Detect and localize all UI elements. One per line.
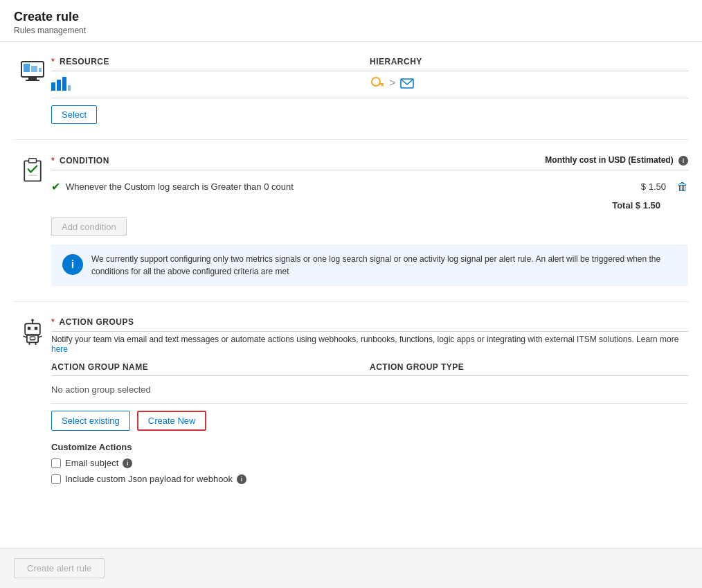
customize-section: Customize Actions Email subject i Includ… xyxy=(51,442,688,484)
condition-text: Whenever the Custom log search is Greate… xyxy=(66,181,294,192)
customize-title: Customize Actions xyxy=(51,442,688,452)
action-groups-icon xyxy=(14,317,51,345)
page-header: Create rule Rules management xyxy=(0,0,702,42)
svg-rect-5 xyxy=(39,68,42,72)
learn-more-link[interactable]: here xyxy=(51,344,68,354)
condition-row: ✔ Whenever the Custom log search is Grea… xyxy=(51,176,688,197)
resource-data-row: > xyxy=(51,75,688,98)
condition-required-star: * xyxy=(51,156,55,166)
svg-rect-7 xyxy=(57,80,61,91)
svg-rect-9 xyxy=(68,85,71,91)
total-row: Total $ 1.50 xyxy=(51,197,688,217)
svg-rect-11 xyxy=(379,83,384,85)
svg-rect-22 xyxy=(27,335,38,343)
cost-label: Monthly cost in USD (Estimated) i xyxy=(545,155,688,166)
condition-right: $ 1.50 🗑 xyxy=(641,181,688,193)
condition-icon xyxy=(14,155,51,183)
email-subject-row: Email subject i xyxy=(51,458,688,468)
col-name-header: ACTION GROUP NAME xyxy=(51,362,370,372)
condition-body: * CONDITION Monthly cost in USD (Estimat… xyxy=(51,155,688,286)
action-groups-section: * ACTION GROUPS Notify your team via ema… xyxy=(14,302,688,505)
condition-check-icon: ✔ xyxy=(51,180,60,193)
select-existing-button[interactable]: Select existing xyxy=(51,411,130,431)
ag-required-star: * xyxy=(51,317,55,327)
svg-rect-12 xyxy=(381,85,384,87)
svg-rect-4 xyxy=(31,66,37,72)
email-subject-info-icon[interactable]: i xyxy=(123,458,132,468)
add-condition-button[interactable]: Add condition xyxy=(51,217,127,236)
select-button[interactable]: Select xyxy=(51,105,97,124)
svg-rect-2 xyxy=(26,80,39,81)
resource-icon-area xyxy=(51,75,370,91)
cost-info-icon[interactable]: i xyxy=(678,155,688,165)
cost-value: $ 1.50 xyxy=(641,181,666,192)
info-box: i We currently support configuring only … xyxy=(51,244,688,286)
resource-icon xyxy=(14,57,51,84)
svg-rect-15 xyxy=(29,159,37,163)
email-subject-label: Email subject xyxy=(65,458,118,468)
hierarchy-label: HIERARCHY xyxy=(370,57,688,66)
delete-condition-icon[interactable]: 🗑 xyxy=(677,181,688,193)
svg-rect-6 xyxy=(51,82,55,91)
svg-rect-19 xyxy=(35,327,38,330)
col-type-header: ACTION GROUP TYPE xyxy=(370,362,688,372)
svg-point-10 xyxy=(372,78,380,86)
add-condition-wrapper: Add condition xyxy=(51,217,688,236)
action-groups-body: * ACTION GROUPS Notify your team via ema… xyxy=(51,317,688,490)
condition-left: ✔ Whenever the Custom log search is Grea… xyxy=(51,180,294,193)
email-subject-checkbox[interactable] xyxy=(51,458,61,468)
required-star: * xyxy=(51,57,55,66)
info-text: We currently support configuring only tw… xyxy=(91,253,677,278)
json-payload-row: Include custom Json payload for webhook … xyxy=(51,474,688,484)
create-new-button[interactable]: Create New xyxy=(137,411,207,431)
resource-header-row: * RESOURCE HIERARCHY xyxy=(51,57,688,71)
svg-rect-8 xyxy=(62,77,66,91)
ag-buttons: Select existing Create New xyxy=(51,411,688,431)
json-payload-checkbox[interactable] xyxy=(51,474,61,484)
condition-section: * CONDITION Monthly cost in USD (Estimat… xyxy=(14,140,688,302)
resource-label: * RESOURCE xyxy=(51,57,370,66)
footer: Create alert rule xyxy=(0,548,702,588)
ag-empty-row: No action group selected xyxy=(51,380,688,404)
create-alert-rule-button[interactable]: Create alert rule xyxy=(14,558,105,578)
ag-header-row: * ACTION GROUPS xyxy=(51,317,688,332)
svg-point-21 xyxy=(31,319,34,321)
resource-body: * RESOURCE HIERARCHY xyxy=(51,57,688,124)
chevron-icon: > xyxy=(389,77,395,89)
info-circle-icon: i xyxy=(62,254,83,275)
condition-label: * CONDITION xyxy=(51,156,109,166)
json-payload-label: Include custom Json payload for webhook xyxy=(65,474,233,484)
svg-rect-27 xyxy=(30,337,35,340)
resource-chart-icon xyxy=(51,75,71,91)
ag-title: * ACTION GROUPS xyxy=(51,317,688,327)
envelope-icon xyxy=(399,75,415,91)
json-payload-info-icon[interactable]: i xyxy=(237,474,246,484)
key-icon xyxy=(370,75,385,91)
resource-section: * RESOURCE HIERARCHY xyxy=(14,42,688,140)
svg-rect-3 xyxy=(24,64,30,72)
ag-subtitle: Notify your team via email and text mess… xyxy=(51,335,688,354)
svg-rect-1 xyxy=(28,77,37,80)
hierarchy-icons: > xyxy=(370,75,688,91)
svg-rect-17 xyxy=(25,323,40,335)
page-title: Create rule xyxy=(14,10,688,24)
svg-rect-18 xyxy=(28,327,31,330)
page-subtitle: Rules management xyxy=(14,26,688,35)
ag-table-header: ACTION GROUP NAME ACTION GROUP TYPE xyxy=(51,362,688,376)
condition-header-row: * CONDITION Monthly cost in USD (Estimat… xyxy=(51,155,688,170)
